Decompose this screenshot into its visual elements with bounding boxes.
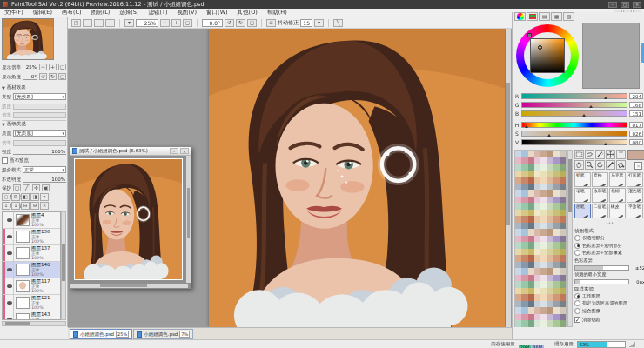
swatch-cell[interactable] xyxy=(515,223,521,230)
swatch-cell[interactable] xyxy=(547,223,553,230)
swatch-cell[interactable] xyxy=(515,197,521,204)
nav-zoom-reset-button[interactable]: ◻ xyxy=(58,64,66,70)
brush-平涂笔[interactable]: 平涂笔 xyxy=(627,204,643,218)
close-button[interactable]: × xyxy=(633,2,641,8)
material-type-dropdown[interactable]: [无效果]▾ xyxy=(13,93,66,100)
slider-marker[interactable] xyxy=(582,114,586,117)
swatch-cell[interactable] xyxy=(528,288,534,295)
swatch-cell[interactable] xyxy=(553,229,560,236)
min-width-slider[interactable] xyxy=(574,279,629,284)
swatch-cell[interactable] xyxy=(560,262,566,269)
swatch-cell[interactable] xyxy=(560,275,566,282)
panel-collapse-handle[interactable] xyxy=(641,44,644,63)
hue-indicator[interactable] xyxy=(527,33,532,37)
swatch-cell[interactable] xyxy=(528,164,534,171)
menu-item[interactable]: 画布(C) xyxy=(62,9,82,17)
swatch-cell[interactable] xyxy=(515,203,521,210)
swatch-cell[interactable] xyxy=(534,314,540,321)
swatch-cell[interactable] xyxy=(547,184,553,191)
sample-source-option[interactable]: 综合图像 xyxy=(574,308,644,314)
swatch-cell[interactable] xyxy=(528,320,534,327)
swatch-cell[interactable] xyxy=(534,157,540,164)
swatch-cell[interactable] xyxy=(560,216,566,223)
brush-模糊[interactable]: 模糊 xyxy=(609,188,626,203)
magic-wand-tool[interactable] xyxy=(595,150,605,159)
swatch-cell[interactable] xyxy=(547,281,553,288)
slider-track-g[interactable] xyxy=(521,102,627,108)
swatch-cell[interactable] xyxy=(553,177,560,184)
color-diff-slider[interactable] xyxy=(574,265,629,271)
rotate-cw-button[interactable]: ↻ xyxy=(236,19,245,27)
rgb-sliders-tab[interactable] xyxy=(527,12,538,21)
swatch-cell[interactable] xyxy=(534,216,540,223)
swatch-cell[interactable] xyxy=(521,314,527,321)
toolbar-button-2[interactable] xyxy=(83,19,92,27)
swatch-cell[interactable] xyxy=(528,190,534,197)
float-minimize-button[interactable]: – xyxy=(170,148,178,154)
swatch-cell[interactable] xyxy=(560,236,566,243)
swatch-cell[interactable] xyxy=(540,307,547,314)
layer-row[interactable]: 图层117正常100% xyxy=(3,278,60,295)
current-color-swatch[interactable] xyxy=(627,150,644,160)
swatch-cell[interactable] xyxy=(540,301,547,308)
swatch-cell[interactable] xyxy=(528,255,534,262)
swatch-cell[interactable] xyxy=(521,301,527,308)
swatch-cell[interactable] xyxy=(515,157,521,164)
swatch-cell[interactable] xyxy=(521,223,527,230)
slider-track-v[interactable] xyxy=(521,139,627,145)
scratchpad-tab[interactable]: ▨ xyxy=(563,12,574,21)
swatch-cell[interactable] xyxy=(540,262,547,269)
swatch-cell[interactable] xyxy=(528,229,534,236)
stabilizer-value-box[interactable]: 15 xyxy=(300,19,312,27)
radio-icon[interactable] xyxy=(574,235,580,241)
swatch-cell[interactable] xyxy=(521,184,527,191)
swatch-cell[interactable] xyxy=(560,171,566,177)
swatch-cell[interactable] xyxy=(534,184,540,191)
move-layer-up-button[interactable]: ↥ xyxy=(2,202,10,210)
swatch-cell[interactable] xyxy=(553,249,560,256)
move-tool[interactable] xyxy=(606,150,615,159)
swatch-cell[interactable] xyxy=(528,184,534,191)
menu-item[interactable]: 其他(O) xyxy=(238,9,258,17)
brush-二值笔[interactable]: 二值笔 xyxy=(592,204,608,218)
swatch-cell[interactable] xyxy=(540,275,547,282)
swatch-cell[interactable] xyxy=(553,307,560,314)
swatch-cell[interactable] xyxy=(553,255,560,262)
swatch-cell[interactable] xyxy=(515,255,521,262)
layer-visibility-toggle[interactable] xyxy=(5,262,14,278)
swatch-cell[interactable] xyxy=(534,275,540,282)
swatch-cell[interactable] xyxy=(515,314,521,321)
swatch-cell[interactable] xyxy=(553,157,560,164)
layer-row[interactable]: 图层143正常100% xyxy=(3,311,60,320)
new-layer-button[interactable]: ◻ xyxy=(2,193,10,201)
swatch-cell[interactable] xyxy=(540,268,547,275)
rotate-ccw-button[interactable]: ↺ xyxy=(225,19,234,27)
swatch-cell[interactable] xyxy=(528,268,534,275)
toolbar-button-4[interactable] xyxy=(105,19,115,27)
swatch-cell[interactable] xyxy=(521,275,527,282)
swatch-cell[interactable] xyxy=(540,223,547,230)
brush-混色笔[interactable]: 混色笔 xyxy=(627,188,643,203)
swatch-cell[interactable] xyxy=(553,171,560,177)
swatch-cell[interactable] xyxy=(560,314,566,321)
swatch-cell[interactable] xyxy=(528,210,534,217)
material-section-header[interactable]: ▼ 画材效果 xyxy=(2,84,66,90)
detect-mode-option[interactable]: 仅透明部分 xyxy=(574,235,644,241)
menu-item[interactable]: 滤镜(T) xyxy=(149,9,168,17)
antialias-checkbox[interactable]: ✓ xyxy=(574,317,580,323)
stabilizer-dropdown-button[interactable]: ▾ xyxy=(314,19,324,27)
swatch-cell[interactable] xyxy=(540,242,547,249)
paper-section-header[interactable]: ▼ 画纸质感 xyxy=(2,120,66,127)
swatch-cell[interactable] xyxy=(553,184,560,191)
swatch-cell[interactable] xyxy=(540,255,547,262)
zoom-reset-button[interactable]: ◻ xyxy=(183,19,192,27)
slider-track-b[interactable] xyxy=(521,110,627,117)
swatch-cell[interactable] xyxy=(528,236,534,243)
brush-水彩笔[interactable]: 水彩笔 xyxy=(592,188,608,203)
layer-opacity-value[interactable]: 100% xyxy=(23,177,66,183)
swatch-cell[interactable] xyxy=(521,236,527,243)
blend-mode-dropdown[interactable]: 正常▾ xyxy=(23,166,66,173)
clear-layer-button[interactable]: ⊖ xyxy=(30,202,39,210)
swatch-cell[interactable] xyxy=(560,242,566,249)
swatch-cell[interactable] xyxy=(547,249,553,256)
